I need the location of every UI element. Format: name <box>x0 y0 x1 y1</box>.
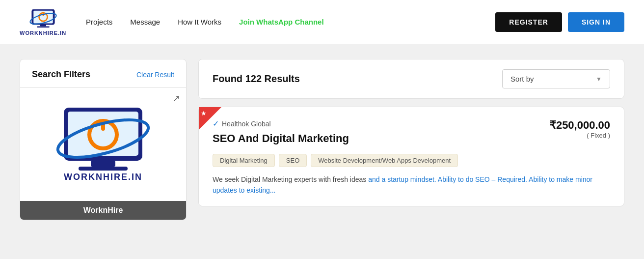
svg-rect-4 <box>40 25 46 26</box>
main-nav: Projects Message How It Works Join Whats… <box>86 18 495 26</box>
featured-star-icon: ★ <box>201 110 207 117</box>
register-button[interactable]: REGISTER <box>495 12 562 32</box>
project-description: We seek Digital Marketing experts with f… <box>213 174 610 196</box>
price-block: ₹250,000.00 ( Fixed ) <box>549 119 610 139</box>
svg-rect-5 <box>37 26 50 28</box>
company-name: Healthok Global <box>222 120 271 128</box>
tag-seo[interactable]: SEO <box>279 154 307 167</box>
logo-card-image: WORKNHIRE.IN ↗ <box>20 88 186 201</box>
logo-area[interactable]: WORKNHIRE.IN <box>20 8 66 36</box>
nav-message[interactable]: Message <box>130 18 160 26</box>
main-content: Search Filters Clear Result <box>0 44 644 235</box>
filters-title: Search Filters <box>32 69 90 80</box>
svg-rect-12 <box>79 167 128 171</box>
signin-button[interactable]: SIGN IN <box>568 12 624 32</box>
left-panel: Search Filters Clear Result <box>20 59 187 220</box>
logo-icon <box>28 8 58 29</box>
header-actions: REGISTER SIGN IN <box>495 12 624 32</box>
price-type: ( Fixed ) <box>549 132 610 139</box>
nav-projects[interactable]: Projects <box>86 18 112 26</box>
clear-result-link[interactable]: Clear Result <box>136 71 174 79</box>
right-panel: Found 122 Results Sort by ▼ ★ ✓ Healthok… <box>198 59 624 220</box>
project-title[interactable]: SEO And Digital Marketing <box>213 132 349 145</box>
share-icon: ↗ <box>173 93 180 104</box>
logo-card: WORKNHIRE.IN ↗ WorknHire <box>20 88 186 220</box>
price-amount: ₹250,000.00 <box>549 119 610 131</box>
tag-digital-marketing[interactable]: Digital Marketing <box>213 154 275 167</box>
logo-card-label: WorknHire <box>20 201 186 220</box>
svg-rect-11 <box>91 161 115 167</box>
filters-header: Search Filters Clear Result <box>20 59 186 87</box>
company-row: ✓ Healthok Global <box>213 119 349 128</box>
tags-row: Digital Marketing SEO Website Developmen… <box>213 154 610 167</box>
sort-label: Sort by <box>510 75 534 83</box>
worknhire-large-logo: WORKNHIRE.IN <box>49 105 157 184</box>
results-bar: Found 122 Results Sort by ▼ <box>198 59 624 99</box>
tag-web-dev[interactable]: Website Development/Web Apps Development <box>311 154 458 167</box>
chevron-down-icon: ▼ <box>596 76 602 83</box>
logo-text: WORKNHIRE.IN <box>20 30 66 36</box>
card-left: ✓ Healthok Global SEO And Digital Market… <box>213 119 349 152</box>
logo-svg-container: WORKNHIRE.IN <box>20 88 186 201</box>
header: WORKNHIRE.IN Projects Message How It Wor… <box>0 0 644 44</box>
nav-how-it-works[interactable]: How It Works <box>178 18 221 26</box>
results-count: Found 122 Results <box>213 73 300 85</box>
sort-dropdown[interactable]: Sort by ▼ <box>502 69 610 88</box>
svg-text:WORKNHIRE.IN: WORKNHIRE.IN <box>64 172 142 182</box>
project-desc-text-1: We seek Digital Marketing experts with f… <box>213 175 368 183</box>
nav-whatsapp[interactable]: Join WhatsApp Channel <box>239 18 324 26</box>
card-top-row: ✓ Healthok Global SEO And Digital Market… <box>213 119 610 152</box>
project-card: ★ ✓ Healthok Global SEO And Digital Mark… <box>198 107 624 206</box>
